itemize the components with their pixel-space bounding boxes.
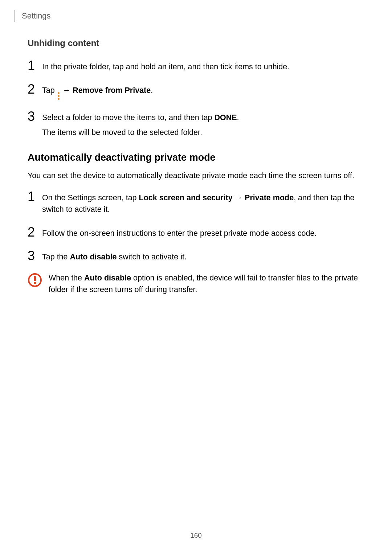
step-line: Tap → Remove from Private. xyxy=(42,85,364,100)
step-number: 2 xyxy=(28,82,42,97)
section-heading-unhiding: Unhiding content xyxy=(28,38,364,48)
bold-text: DONE xyxy=(214,113,237,122)
step-1-auto: 1 On the Settings screen, tap Lock scree… xyxy=(28,189,364,218)
more-options-icon xyxy=(58,92,60,100)
step-number: 3 xyxy=(28,109,42,124)
step-line: Follow the on-screen instructions to ent… xyxy=(42,227,364,239)
header-label: Settings xyxy=(22,11,51,21)
arrow-text: → xyxy=(63,86,73,95)
step-text: Tap → Remove from Private. xyxy=(42,82,364,103)
step-line: Select a folder to move the items to, an… xyxy=(42,112,364,123)
callout-text: When the Auto disable option is enabled,… xyxy=(49,272,364,296)
text-segment: . xyxy=(237,113,239,122)
step-number: 2 xyxy=(28,225,42,239)
page-content: Unhiding content 1 In the private folder… xyxy=(28,38,364,296)
bold-text: Auto disable xyxy=(84,274,131,282)
intro-paragraph: You can set the device to automatically … xyxy=(28,170,364,181)
step-line: The items will be moved to the selected … xyxy=(42,127,364,138)
step-text: In the private folder, tap and hold an i… xyxy=(42,58,364,75)
step-text: On the Settings screen, tap Lock screen … xyxy=(42,189,364,218)
step-3-unhide: 3 Select a folder to move the items to, … xyxy=(28,109,364,141)
text-segment: . xyxy=(151,86,153,95)
step-1-unhide: 1 In the private folder, tap and hold an… xyxy=(28,58,364,75)
step-2-auto: 2 Follow the on-screen instructions to e… xyxy=(28,225,364,242)
page-number: 160 xyxy=(0,532,392,539)
step-number: 3 xyxy=(28,249,42,263)
step-line: On the Settings screen, tap Lock screen … xyxy=(42,192,364,216)
caution-icon xyxy=(28,273,42,287)
step-line: In the private folder, tap and hold an i… xyxy=(42,61,364,73)
step-text: Follow the on-screen instructions to ent… xyxy=(42,225,364,242)
step-number: 1 xyxy=(28,189,42,204)
text-segment: Select a folder to move the items to, an… xyxy=(42,113,214,122)
step-3-auto: 3 Tap the Auto disable switch to activat… xyxy=(28,249,364,266)
text-segment: switch to activate it. xyxy=(117,253,187,261)
step-line: Tap the Auto disable switch to activate … xyxy=(42,251,364,263)
bold-text: Remove from Private xyxy=(73,86,151,95)
step-text: Select a folder to move the items to, an… xyxy=(42,109,364,141)
text-segment: When the xyxy=(49,274,84,282)
text-segment: Tap the xyxy=(42,253,70,261)
text-segment: On the Settings screen, tap xyxy=(42,193,139,202)
header-divider xyxy=(15,10,15,22)
caution-callout: When the Auto disable option is enabled,… xyxy=(28,272,364,296)
page-header: Settings xyxy=(15,10,51,22)
bold-text: Auto disable xyxy=(70,253,117,261)
step-number: 1 xyxy=(28,58,42,73)
svg-rect-1 xyxy=(34,276,36,281)
text-segment: Tap xyxy=(42,86,57,95)
bold-text: Lock screen and security xyxy=(139,193,233,202)
section-heading-auto-deactivate: Automatically deactivating private mode xyxy=(28,152,364,163)
bold-text: Private mode xyxy=(245,193,294,202)
arrow-text: → xyxy=(233,193,245,202)
step-2-unhide: 2 Tap → Remove from Private. xyxy=(28,82,364,103)
step-text: Tap the Auto disable switch to activate … xyxy=(42,249,364,266)
svg-point-2 xyxy=(34,282,36,284)
